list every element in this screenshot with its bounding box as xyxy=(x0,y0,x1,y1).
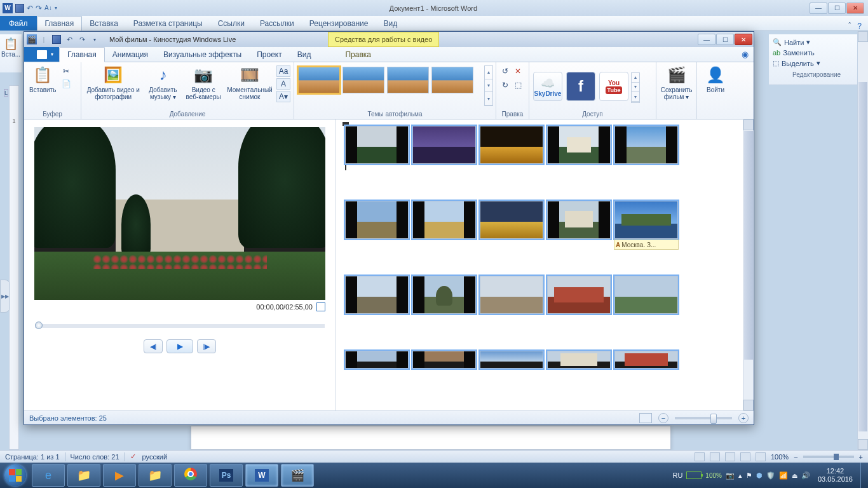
scroll-up-icon[interactable] xyxy=(858,31,868,42)
minimize-button[interactable]: — xyxy=(810,3,827,14)
show-desktop-button[interactable] xyxy=(860,463,865,488)
mm-tab-project[interactable]: Проект xyxy=(249,48,290,62)
mm-tab-view[interactable]: Вид xyxy=(290,48,319,62)
preview-video[interactable] xyxy=(34,127,325,300)
facebook-button[interactable]: f xyxy=(566,72,595,101)
theme-scroll[interactable]: ▴▾▾ xyxy=(484,65,493,106)
add-music-button[interactable]: ♪ Добавить музыку ▾ xyxy=(144,64,182,102)
sb-clip-11[interactable] xyxy=(345,276,409,314)
mm-file-menu[interactable] xyxy=(24,47,59,62)
word-tab-view[interactable]: Вид xyxy=(376,16,405,30)
sb-scroll-thumb[interactable] xyxy=(744,131,753,360)
zoom-out-button[interactable]: − xyxy=(794,453,797,461)
play-button[interactable]: ▶ xyxy=(166,339,193,353)
mm-zoom-in-button[interactable]: + xyxy=(738,413,749,423)
task-explorer2[interactable]: 📁 xyxy=(139,464,172,487)
clock[interactable]: 12:42 03.05.2016 xyxy=(814,467,857,484)
mm-maximize-button[interactable]: ☐ xyxy=(716,34,734,45)
delete-button[interactable]: ✕ xyxy=(512,65,524,77)
word-tab-insert[interactable]: Вставка xyxy=(82,16,126,30)
status-words[interactable]: Число слов: 21 xyxy=(71,453,119,461)
word-tab-review[interactable]: Рецензирование xyxy=(302,16,376,30)
scroll-down-icon[interactable]: ▾ xyxy=(485,79,492,93)
view-print-button[interactable] xyxy=(695,452,705,461)
webcam-button[interactable]: 📷 Видео с веб-камеры xyxy=(183,64,224,102)
mm-zoom-slider[interactable] xyxy=(675,417,732,419)
view-read-button[interactable] xyxy=(710,452,720,461)
task-word[interactable]: W xyxy=(245,464,278,487)
word-tab-refs[interactable]: Ссылки xyxy=(210,16,252,30)
sb-clip-13[interactable] xyxy=(480,276,543,314)
credits-button[interactable]: A▾ xyxy=(276,91,290,102)
theme-tile-4[interactable] xyxy=(431,67,473,93)
mm-zoom-out-button[interactable]: − xyxy=(658,413,668,423)
zoom-slider[interactable] xyxy=(803,456,854,458)
title-button[interactable]: Aa xyxy=(276,65,290,77)
mm-tab-animation[interactable]: Анимация xyxy=(105,48,156,62)
view-draft-button[interactable] xyxy=(756,452,766,461)
minimize-ribbon-icon[interactable]: ˆ xyxy=(848,22,851,30)
proof-icon[interactable]: ✓ xyxy=(130,452,136,461)
view-outline-button[interactable] xyxy=(740,452,750,461)
replace-button[interactable]: abЗаменить xyxy=(773,48,860,58)
sb-clip-12[interactable] xyxy=(412,276,476,314)
tray-expand-icon[interactable]: ▴ xyxy=(738,471,742,480)
mm-close-button[interactable]: ✕ xyxy=(735,34,752,45)
panel-expander[interactable]: ▶▶ xyxy=(0,280,10,313)
sb-scroll-down[interactable] xyxy=(743,400,754,410)
language-indicator[interactable]: RU xyxy=(672,471,682,479)
save-icon[interactable] xyxy=(15,4,24,13)
shield-icon[interactable]: 🛡️ xyxy=(766,471,775,480)
status-language[interactable]: русский xyxy=(142,453,167,461)
action-center-icon[interactable]: ⚑ xyxy=(746,471,752,480)
share-scroll[interactable]: ▴▾▾ xyxy=(631,72,640,103)
rotate-left-button[interactable]: ↺ xyxy=(499,65,511,77)
usb-icon[interactable]: ⏏ xyxy=(792,472,797,479)
mm-minimize-button[interactable]: — xyxy=(698,34,715,45)
storyboard-scrollbar[interactable] xyxy=(743,119,754,410)
word-tab-layout[interactable]: Разметка страницы xyxy=(126,16,210,30)
sb-clip-14[interactable] xyxy=(547,276,611,314)
task-ie[interactable]: e xyxy=(32,464,65,487)
help-icon[interactable]: ? xyxy=(857,22,862,30)
mm-tab-edit[interactable]: Правка xyxy=(337,48,379,62)
volume-icon[interactable]: 🔊 xyxy=(801,471,810,480)
sb-clip-7[interactable] xyxy=(412,201,476,239)
word-tab-home[interactable]: Главная xyxy=(37,16,83,30)
snapshot-button[interactable]: 🎞️ Моментальный снимок xyxy=(225,64,275,102)
close-button[interactable]: ✕ xyxy=(846,3,864,14)
scroll-down-icon[interactable] xyxy=(858,439,868,450)
fullscreen-button[interactable] xyxy=(316,302,325,311)
select-all-button[interactable]: ⬚ xyxy=(512,79,524,91)
expand-icon[interactable]: ▾ xyxy=(485,92,492,105)
skydrive-button[interactable]: ☁️SkyDrive xyxy=(533,72,562,101)
battery-icon[interactable] xyxy=(686,471,702,479)
undo-icon[interactable]: ↶ xyxy=(27,4,33,13)
task-explorer[interactable]: 📁 xyxy=(67,464,100,487)
sb-clip-18[interactable] xyxy=(480,351,543,369)
sb-clip-19[interactable] xyxy=(547,351,611,369)
sb-clip-16[interactable] xyxy=(345,351,409,369)
seek-thumb[interactable] xyxy=(35,322,43,329)
mm-tab-fx[interactable]: Визуальные эффекты xyxy=(156,48,249,62)
word-file-tab[interactable]: Файл xyxy=(0,16,37,30)
add-media-button[interactable]: 🖼️ Добавить видео и фотографии xyxy=(84,64,143,102)
cut-button[interactable]: ✂ xyxy=(60,65,72,77)
storyboard-view-button[interactable] xyxy=(639,413,652,423)
sb-clip-15[interactable] xyxy=(614,276,678,314)
redo-icon[interactable]: ↷ xyxy=(36,4,42,13)
word-tab-mailings[interactable]: Рассылки xyxy=(252,16,302,30)
word-scrollbar[interactable] xyxy=(857,31,868,450)
sb-clip-10[interactable]: AМосква. З... xyxy=(614,201,678,239)
theme-tile-2[interactable] xyxy=(342,67,384,93)
sb-caption[interactable]: AМосква. З... xyxy=(614,240,679,250)
mm-save-icon[interactable] xyxy=(51,34,62,45)
maximize-button[interactable]: ☐ xyxy=(828,3,846,14)
mm-redo-icon[interactable]: ↷ xyxy=(76,34,88,45)
sb-clip-3[interactable] xyxy=(480,126,543,164)
select-button[interactable]: ⬚Выделить ▾ xyxy=(773,58,860,69)
network-icon[interactable]: 📶 xyxy=(779,471,788,480)
task-chrome[interactable] xyxy=(174,464,207,487)
mm-qat-dropdown-icon[interactable]: ▾ xyxy=(89,34,100,45)
sb-scroll-up[interactable] xyxy=(743,119,754,130)
